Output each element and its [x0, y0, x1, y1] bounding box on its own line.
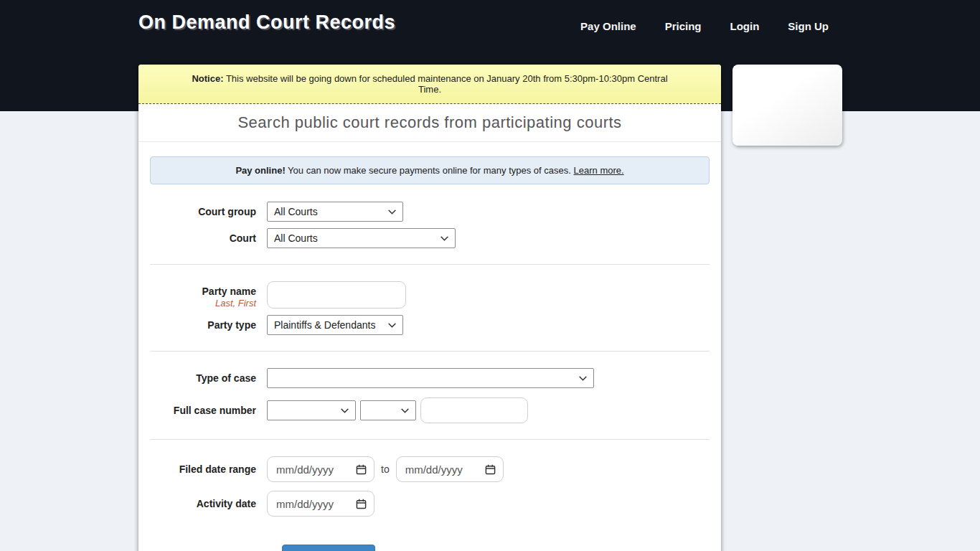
- court-group-value: All Courts: [274, 206, 318, 217]
- type-of-case-select[interactable]: [267, 368, 594, 388]
- chevron-down-icon: [579, 376, 587, 381]
- chevron-down-icon: [440, 236, 448, 241]
- party-type-row: Party type Plaintiffs & Defendants: [150, 315, 710, 335]
- notice-message: This website will be going down for sche…: [224, 73, 668, 95]
- filed-date-to-input[interactable]: mm/dd/yyyy: [396, 456, 504, 482]
- pay-online-bold: Pay online!: [235, 165, 285, 176]
- top-nav: Pay Online Pricing Login Sign Up: [580, 20, 829, 32]
- court-group-row: Court group All Courts: [150, 202, 710, 222]
- nav-pricing[interactable]: Pricing: [665, 20, 702, 32]
- section-divider: [150, 351, 710, 352]
- notice-label: Notice:: [192, 73, 223, 84]
- court-row: Court All Courts: [150, 228, 710, 248]
- party-name-label-text: Party name: [202, 286, 256, 297]
- filed-date-range-row: Filed date range mm/dd/yyyy to mm/dd/yyy…: [150, 456, 710, 482]
- chevron-down-icon: [341, 408, 349, 413]
- nav-sign-up[interactable]: Sign Up: [788, 20, 829, 32]
- chevron-down-icon: [401, 408, 409, 413]
- section-divider: [150, 439, 710, 440]
- type-of-case-label: Type of case: [150, 373, 267, 384]
- search-button[interactable]: [282, 545, 375, 551]
- party-name-row: Party name Last, First: [150, 281, 710, 309]
- search-form: Pay online! You can now make secure paym…: [138, 142, 721, 551]
- chevron-down-icon: [388, 209, 396, 215]
- party-type-select[interactable]: Plaintiffs & Defendants: [267, 315, 403, 335]
- ad-placeholder: [732, 65, 842, 146]
- activity-date-row: Activity date mm/dd/yyyy: [150, 491, 710, 517]
- page: On Demand Court Records Pay Online Prici…: [0, 0, 980, 551]
- date-range-separator: to: [381, 463, 390, 475]
- search-panel: Notice: This website will be going down …: [138, 65, 721, 551]
- date-placeholder: mm/dd/yyyy: [276, 498, 334, 510]
- party-type-label: Party type: [150, 320, 267, 331]
- site-title[interactable]: On Demand Court Records: [138, 11, 395, 34]
- date-placeholder: mm/dd/yyyy: [405, 463, 463, 476]
- activity-date-input[interactable]: mm/dd/yyyy: [267, 491, 374, 517]
- activity-date-label: Activity date: [150, 499, 267, 509]
- filed-date-range-label: Filed date range: [150, 464, 267, 475]
- party-name-label: Party name Last, First: [150, 281, 267, 309]
- party-name-hint: Last, First: [150, 298, 256, 309]
- nav-login[interactable]: Login: [730, 20, 760, 32]
- calendar-icon[interactable]: [485, 464, 496, 475]
- nav-pay-online[interactable]: Pay Online: [580, 20, 636, 32]
- type-of-case-row: Type of case: [150, 368, 710, 388]
- date-placeholder: mm/dd/yyyy: [276, 463, 334, 476]
- page-heading-wrap: Search public court records from partici…: [138, 104, 721, 142]
- court-group-label: Court group: [150, 207, 267, 217]
- full-case-number-row: Full case number: [150, 397, 710, 423]
- calendar-icon[interactable]: [356, 499, 367, 509]
- case-number-year-select[interactable]: [360, 400, 416, 420]
- party-name-input[interactable]: [267, 281, 406, 309]
- filed-date-from-input[interactable]: mm/dd/yyyy: [267, 456, 374, 482]
- full-case-number-label: Full case number: [150, 405, 267, 416]
- court-group-select[interactable]: All Courts: [267, 202, 403, 222]
- pay-online-text: You can now make secure payments online …: [286, 165, 574, 176]
- page-title: Search public court records from partici…: [138, 113, 721, 132]
- learn-more-link[interactable]: Learn more.: [574, 165, 624, 176]
- pay-online-banner: Pay online! You can now make secure paym…: [150, 156, 710, 184]
- case-number-type-select[interactable]: [267, 400, 356, 420]
- case-number-input[interactable]: [420, 397, 528, 423]
- court-select[interactable]: All Courts: [267, 228, 456, 248]
- maintenance-notice-text: Notice: This website will be going down …: [186, 73, 674, 95]
- court-label: Court: [150, 233, 267, 244]
- party-type-value: Plaintiffs & Defendants: [274, 319, 375, 331]
- calendar-icon[interactable]: [356, 464, 367, 475]
- chevron-down-icon: [388, 323, 396, 328]
- maintenance-notice: Notice: This website will be going down …: [138, 65, 721, 104]
- section-divider: [150, 264, 710, 265]
- court-value: All Courts: [274, 232, 318, 244]
